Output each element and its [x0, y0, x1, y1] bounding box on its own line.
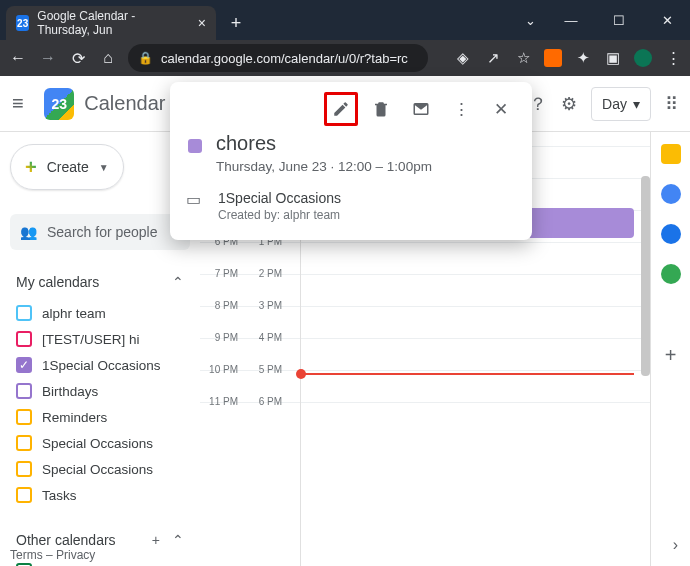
nav-back-icon[interactable]: ← — [8, 48, 28, 68]
calendar-item[interactable]: ✓1Special Occasions — [10, 352, 190, 378]
calendar-item[interactable]: Reminders — [10, 404, 190, 430]
popup-toolbar: ⋮ ✕ — [184, 92, 518, 126]
calendar-label: Birthdays — [42, 384, 98, 399]
create-label: Create — [47, 159, 89, 175]
add-calendar-icon[interactable]: + — [152, 532, 160, 548]
email-guests-button[interactable] — [404, 92, 438, 126]
eye-icon[interactable]: ◈ — [454, 49, 472, 67]
time-label-left: 10 PM — [200, 364, 244, 375]
browser-tab[interactable]: 23 Google Calendar - Thursday, Jun × — [6, 6, 216, 40]
profile-avatar[interactable] — [634, 49, 652, 67]
options-button[interactable]: ⋮ — [444, 92, 478, 126]
popup-event-datetime: Thursday, June 23 · 12:00 – 1:00pm — [216, 159, 432, 174]
close-icon: ✕ — [494, 99, 508, 120]
time-label-right: 3 PM — [244, 300, 288, 311]
time-label-right: 2 PM — [244, 268, 288, 279]
contacts-icon[interactable] — [661, 224, 681, 244]
hide-panel-icon[interactable]: › — [673, 536, 678, 554]
create-button[interactable]: + Create ▼ — [10, 144, 124, 190]
calendar-item[interactable]: Special Occasions — [10, 430, 190, 456]
browser-extensions: ◈ ↗ ☆ ✦ ▣ ⋮ — [454, 49, 682, 67]
calendar-item[interactable]: [TEST/USER] hi — [10, 326, 190, 352]
share-icon[interactable]: ↗ — [484, 49, 502, 67]
calendar-checkbox[interactable]: ✓ — [16, 357, 32, 373]
calendar-label: [TEST/USER] hi — [42, 332, 140, 347]
calendar-label: 1Special Occasions — [42, 358, 161, 373]
my-calendars-section: My calendars ⌃ alphr team[TEST/USER] hi✓… — [10, 270, 190, 508]
time-label-left: 7 PM — [200, 268, 244, 279]
calendar-item[interactable]: alphr team — [10, 300, 190, 326]
calendar-checkbox[interactable] — [16, 331, 32, 347]
calendar-checkbox[interactable] — [16, 305, 32, 321]
edit-event-button[interactable] — [324, 92, 358, 126]
gear-icon[interactable]: ⚙ — [561, 93, 577, 115]
calendar-label: alphr team — [42, 306, 106, 321]
plus-icon: + — [25, 156, 37, 179]
pencil-icon — [332, 100, 350, 118]
calendar-checkbox[interactable] — [16, 435, 32, 451]
calendar-item[interactable]: Tasks — [10, 482, 190, 508]
calendar-checkbox[interactable] — [16, 383, 32, 399]
tasks-icon[interactable] — [661, 184, 681, 204]
calendar-label: Special Occasions — [42, 436, 153, 451]
envelope-icon — [412, 100, 430, 118]
other-calendars-title: Other calendars — [16, 532, 116, 548]
star-icon[interactable]: ☆ — [514, 49, 532, 67]
calendar-icon: ▭ — [186, 190, 204, 209]
tab-close-icon[interactable]: × — [198, 15, 206, 31]
trash-icon — [372, 100, 390, 118]
view-selector[interactable]: Day ▾ — [591, 87, 651, 121]
tab-favicon: 23 — [16, 15, 29, 31]
window-minimize-icon[interactable]: — — [548, 0, 594, 40]
main-menu-icon[interactable]: ≡ — [12, 92, 34, 115]
nav-home-icon[interactable]: ⌂ — [98, 48, 118, 68]
now-indicator-dot — [296, 369, 306, 379]
lock-icon: 🔒 — [138, 51, 153, 65]
time-label-left: 9 PM — [200, 332, 244, 343]
window-close-icon[interactable]: ✕ — [644, 0, 690, 40]
people-icon: 👥 — [20, 224, 37, 240]
event-color-dot — [188, 139, 202, 153]
window-maximize-icon[interactable]: ☐ — [596, 0, 642, 40]
new-tab-button[interactable]: + — [222, 9, 250, 37]
event-popup: ⋮ ✕ chores Thursday, June 23 · 12:00 – 1… — [170, 82, 532, 240]
address-bar[interactable]: 🔒 calendar.google.com/calendar/u/0/r?tab… — [128, 44, 428, 72]
close-popup-button[interactable]: ✕ — [484, 92, 518, 126]
kebab-icon[interactable]: ⋮ — [664, 49, 682, 67]
browser-titlebar: 23 Google Calendar - Thursday, Jun × + ⌄… — [0, 0, 690, 40]
calendar-label: Special Occasions — [42, 462, 153, 477]
calendar-checkbox[interactable] — [16, 409, 32, 425]
search-people-input[interactable]: 👥 Search for people — [10, 214, 190, 250]
side-panel: + — [650, 132, 690, 566]
scrollbar[interactable] — [641, 176, 650, 376]
search-placeholder: Search for people — [47, 224, 158, 240]
calendar-checkbox[interactable] — [16, 461, 32, 477]
popup-event-title: chores — [216, 132, 432, 155]
calendar-checkbox[interactable] — [16, 487, 32, 503]
add-panel-icon[interactable]: + — [665, 344, 677, 367]
popup-calendar-name: 1Special Occasions — [218, 190, 341, 206]
now-indicator-line — [300, 373, 634, 375]
time-label-left: 11 PM — [200, 396, 244, 407]
time-row: 11 PM6 PM — [200, 402, 650, 434]
url-text: calendar.google.com/calendar/u/0/r?tab=r… — [161, 51, 408, 66]
google-apps-icon[interactable]: ⠿ — [665, 93, 678, 115]
delete-event-button[interactable] — [364, 92, 398, 126]
calendar-item[interactable]: Special Occasions — [10, 456, 190, 482]
window-icon[interactable]: ▣ — [604, 49, 622, 67]
sidebar-footer[interactable]: Terms – Privacy — [10, 548, 95, 562]
puzzle-icon[interactable]: ✦ — [574, 49, 592, 67]
keep-icon[interactable] — [661, 144, 681, 164]
my-calendars-title: My calendars — [16, 274, 99, 290]
window-dropdown-icon[interactable]: ⌄ — [514, 0, 546, 40]
my-calendars-header[interactable]: My calendars ⌃ — [10, 270, 190, 294]
calendar-item[interactable]: Birthdays — [10, 378, 190, 404]
nav-forward-icon[interactable]: → — [38, 48, 58, 68]
nav-reload-icon[interactable]: ⟳ — [68, 48, 88, 68]
app-title: Calendar — [84, 92, 165, 115]
maps-icon[interactable] — [661, 264, 681, 284]
extension-icon[interactable] — [544, 49, 562, 67]
time-label-right: 4 PM — [244, 332, 288, 343]
view-label: Day — [602, 96, 627, 112]
window-controls: ⌄ — ☐ ✕ — [514, 0, 690, 40]
